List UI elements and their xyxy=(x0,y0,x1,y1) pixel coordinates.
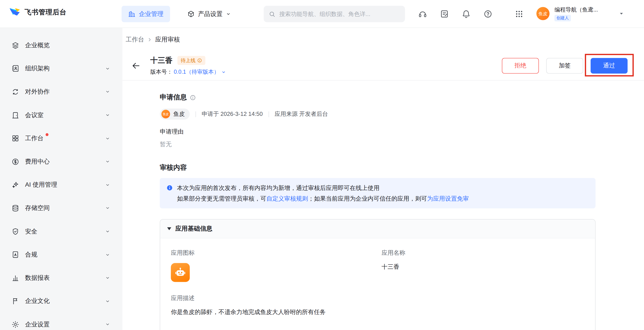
applied-at: 申请于 2026-3-12 14:50 xyxy=(202,110,262,118)
exempt-review-link[interactable]: 为应用设置免审 xyxy=(427,195,469,202)
chevron-down-icon xyxy=(105,275,110,280)
sidebar-item-external-collab[interactable]: 对外协作 xyxy=(0,80,122,103)
sidebar-item-meeting-rooms[interactable]: 会议室 xyxy=(0,103,122,127)
info-icon[interactable] xyxy=(190,94,196,101)
countersign-button[interactable]: 加签 xyxy=(546,58,583,73)
global-search[interactable] xyxy=(264,6,405,22)
approve-button[interactable]: 通过 xyxy=(590,58,628,73)
header-actions: 拒绝 加签 通过 xyxy=(502,58,628,73)
breadcrumb: 工作台 应用审核 xyxy=(122,28,644,51)
reason-value: 暂无 xyxy=(160,140,596,148)
applicant-avatar: 鱼皮 xyxy=(162,110,170,118)
chevron-down-icon xyxy=(105,89,110,94)
topbar-icon-group xyxy=(418,10,492,19)
sidebar-item-workbench[interactable]: 工作台 xyxy=(0,127,122,150)
dollar-circle-icon xyxy=(12,158,19,166)
breadcrumb-workbench[interactable]: 工作台 xyxy=(126,36,144,43)
version-label: 版本号： xyxy=(150,68,172,76)
sidebar-item-enterprise-settings[interactable]: 企业设置 xyxy=(0,313,122,330)
app-title: 飞书管理后台 xyxy=(24,8,66,17)
apply-info-title: 申请信息 xyxy=(160,93,596,102)
banner-line1: 本次为应用的首次发布，所有内容均为新增，通过审核后应用即可在线上使用 xyxy=(177,182,469,193)
gear-icon xyxy=(12,320,19,328)
avatar: 鱼皮 xyxy=(536,7,550,20)
chevron-right-icon xyxy=(147,37,152,42)
building-icon xyxy=(128,10,136,18)
sidebar-item-security[interactable]: 安全 xyxy=(0,220,122,243)
sidebar-item-data-reports[interactable]: 数据报表 xyxy=(0,266,122,290)
panel-header[interactable]: 应用基础信息 xyxy=(160,219,595,238)
feedback-icon[interactable] xyxy=(440,10,449,19)
divider xyxy=(196,111,196,117)
info-icon[interactable] xyxy=(197,58,202,63)
nav-product-label: 产品设置 xyxy=(198,10,223,18)
user-menu[interactable]: 鱼皮 编程导航（鱼鸢... 创建人 xyxy=(536,5,598,21)
grid-icon xyxy=(12,135,19,142)
chevron-down-icon xyxy=(105,159,110,164)
applicant-chip[interactable]: 鱼皮 鱼皮 xyxy=(160,109,190,120)
chevron-down-icon xyxy=(105,322,110,327)
app-icon-label: 应用图标 xyxy=(171,249,382,257)
headset-icon[interactable] xyxy=(418,10,427,19)
info-filled-icon xyxy=(166,185,173,204)
reject-button[interactable]: 拒绝 xyxy=(502,58,539,73)
status-badge: 待上线 xyxy=(178,56,205,65)
user-meta: 编程导航（鱼鸢... 创建人 xyxy=(554,5,598,21)
banner-text: 本次为应用的首次发布，所有内容均为新增，通过审核后应用即可在线上使用 如果部分变… xyxy=(177,182,469,204)
panel-body: 应用图标 xyxy=(160,238,595,330)
nav-enterprise-label: 企业管理 xyxy=(139,10,164,18)
topbar: 飞书管理后台 企业管理 产品设置 xyxy=(0,0,644,28)
chevron-down-icon xyxy=(226,12,231,17)
layers-icon xyxy=(12,42,19,49)
sidebar: 企业概览 组织架构 对外协作 会议室 工作台 费用中心 xyxy=(0,28,122,330)
sidebar-item-storage[interactable]: 存储空间 xyxy=(0,197,122,220)
apps-grid-icon[interactable] xyxy=(515,10,524,19)
search-icon xyxy=(268,11,276,17)
sidebar-item-enterprise-overview[interactable]: 企业概览 xyxy=(0,34,122,57)
app-name-label: 应用名称 xyxy=(382,249,584,257)
chevron-down-icon xyxy=(105,182,110,187)
version-selector[interactable]: 0.0.1（待审版本） xyxy=(174,68,226,76)
user-menu-chevron-icon[interactable] xyxy=(618,11,624,17)
custom-review-rules-link[interactable]: 自定义审核规则 xyxy=(266,195,308,202)
info-banner: 本次为应用的首次发布，所有内容均为新增，通过审核后应用即可在线上使用 如果部分变… xyxy=(160,178,596,208)
collapse-triangle-icon xyxy=(167,227,172,230)
search-input[interactable] xyxy=(279,11,400,17)
bell-icon[interactable] xyxy=(462,10,471,19)
app-robot-icon xyxy=(171,263,190,282)
nav-product-settings[interactable]: 产品设置 xyxy=(181,6,238,22)
panel-title: 应用基础信息 xyxy=(176,225,212,233)
sidebar-item-ai-management[interactable]: AI 使用管理 xyxy=(0,173,122,197)
breadcrumb-app-review: 应用审核 xyxy=(155,36,180,43)
bar-chart-icon xyxy=(12,274,19,282)
help-icon[interactable] xyxy=(484,10,492,19)
app-icon-field: 应用图标 xyxy=(171,249,382,282)
nav-enterprise-management[interactable]: 企业管理 xyxy=(122,6,170,22)
database-icon xyxy=(12,204,19,212)
app-source: 应用来源 开发者后台 xyxy=(274,110,328,118)
logo-group[interactable]: 飞书管理后台 xyxy=(9,7,66,18)
chevron-down-icon xyxy=(105,136,110,141)
applicant-row: 鱼皮 鱼皮 申请于 2026-3-12 14:50 应用来源 开发者后台 xyxy=(160,109,596,120)
chevron-down-icon xyxy=(105,66,110,71)
sparkles-icon xyxy=(12,181,19,189)
creator-badge: 创建人 xyxy=(554,15,571,22)
chevron-down-icon xyxy=(105,229,110,234)
back-button[interactable] xyxy=(132,61,141,70)
chevron-down-icon xyxy=(221,70,226,74)
page-title: 十三香 xyxy=(150,56,172,65)
sidebar-item-org-structure[interactable]: 组织架构 xyxy=(0,57,122,80)
page-title-block: 十三香 待上线 版本号： 0.0.1（待审版本） xyxy=(150,56,502,76)
review-detail: 申请信息 鱼皮 鱼皮 申请于 2026-3-12 14:50 应用来源 开发者后… xyxy=(122,81,644,330)
applicant-name: 鱼皮 xyxy=(174,110,185,118)
chevron-down-icon xyxy=(105,252,110,257)
flag-icon xyxy=(12,297,19,305)
sidebar-item-compliance[interactable]: 合规 xyxy=(0,243,122,266)
sidebar-item-cost-center[interactable]: 费用中心 xyxy=(0,150,122,173)
notification-dot xyxy=(46,133,48,136)
page-header: 十三香 待上线 版本号： 0.0.1（待审版本） xyxy=(122,51,644,81)
sidebar-item-culture[interactable]: 企业文化 xyxy=(0,290,122,313)
reason-label: 申请理由 xyxy=(160,128,596,136)
divider xyxy=(268,111,269,117)
cube-icon xyxy=(188,10,195,18)
